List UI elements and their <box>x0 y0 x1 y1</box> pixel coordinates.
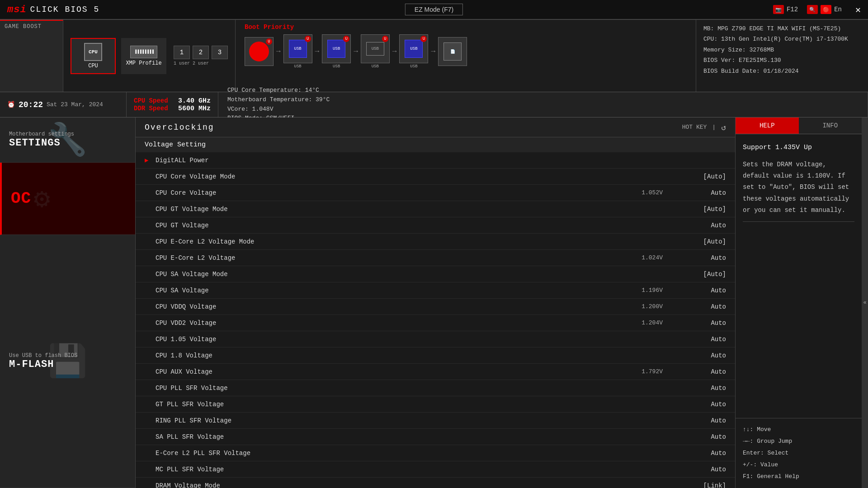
profile-numbers: 1 2 3 1 user 2 user <box>174 46 228 66</box>
table-row[interactable]: ▶ DigitALL Power <box>136 152 735 169</box>
boot-device-3[interactable]: USB U USB <box>322 34 351 69</box>
row-value: 1.196V <box>627 287 663 294</box>
collapse-panel-button[interactable]: « <box>862 117 868 488</box>
boot-device-box-4: USB U <box>361 34 390 63</box>
ez-mode-button[interactable]: EZ Mode (F7) <box>405 4 463 15</box>
back-icon[interactable]: ↺ <box>721 122 726 132</box>
help-body: Sets the DRAM voltage, default value is … <box>743 159 854 216</box>
cpu-profile-button[interactable]: CPU CPU <box>71 38 116 74</box>
table-row[interactable]: CPU AUX Voltage 1.792V Auto <box>136 364 735 380</box>
table-row[interactable]: CPU PLL SFR Voltage Auto <box>136 380 735 396</box>
voltage-section-title: Voltage Setting <box>136 137 735 152</box>
tab-help[interactable]: HELP <box>736 117 799 134</box>
time-section: ⏰ 20:22 Sat 23 Mar, 2024 <box>0 92 127 117</box>
table-row[interactable]: CPU SA Voltage 1.196V Auto <box>136 282 735 299</box>
row-value: 1.024V <box>627 254 663 261</box>
table-row[interactable]: CPU 1.05 Voltage Auto <box>136 331 735 347</box>
table-row[interactable]: GT PLL SFR Voltage Auto <box>136 396 735 413</box>
row-name: MC PLL SFR Voltage <box>156 466 627 473</box>
boot-device-2[interactable]: USB U USB <box>283 34 312 69</box>
profile-btn-3[interactable]: 3 <box>212 46 228 59</box>
main-area: 🔧 Motherboard settings SETTINGS ⚙ OC 💾 U… <box>0 117 868 488</box>
row-name: CPU E-Core L2 Voltage Mode <box>156 238 627 245</box>
profile-user-1: 1 user <box>174 61 190 66</box>
table-row[interactable]: SA PLL SFR Voltage Auto <box>136 429 735 445</box>
boot-device-box-2: USB U <box>283 34 312 63</box>
help-keybinds: ↑↓: Move →←: Group Jump Enter: Select +/… <box>736 418 862 488</box>
table-row[interactable]: CPU SA Voltage Mode [Auto] <box>136 266 735 282</box>
table-row[interactable]: CPU E-Core L2 Voltage Mode [Auto] <box>136 234 735 250</box>
row-value: 1.052V <box>627 189 663 196</box>
boot-badge-5: U <box>420 36 427 42</box>
ddr-speed-label: DDR Speed <box>134 105 175 112</box>
cpu-label: CPU <box>88 63 98 69</box>
table-row[interactable]: CPU 1.8 Voltage Auto <box>136 347 735 364</box>
row-name: E-Core L2 PLL SFR Voltage <box>156 450 627 457</box>
table-row[interactable]: DRAM Voltage Mode [Link] <box>136 478 735 488</box>
table-row[interactable]: CPU Core Voltage Mode [Auto] <box>136 169 735 185</box>
table-row[interactable]: CPU GT Voltage Auto <box>136 217 735 234</box>
sidebar-oc-content: OC <box>11 189 126 208</box>
date-value: Sat 23 Mar, 2024 <box>47 101 103 108</box>
usb-icon-2: USB <box>327 40 345 58</box>
profile-btn-1[interactable]: 1 <box>174 46 190 59</box>
brand-logo: msi <box>7 4 27 15</box>
table-row[interactable]: MC PLL SFR Voltage Auto <box>136 461 735 478</box>
boot-device-5[interactable]: USB U USB <box>399 34 428 69</box>
table-row[interactable]: CPU VDDQ Voltage 1.200V Auto <box>136 299 735 315</box>
language-button[interactable]: 🔍 🔴 En <box>807 5 842 14</box>
row-setting: Auto <box>672 303 726 310</box>
sidebar-item-mflash[interactable]: 💾 Use USB to flash BIOS M-FLASH <box>0 235 135 488</box>
sidebar-mflash-sublabel: Use USB to flash BIOS <box>9 352 126 359</box>
profile-btn-2[interactable]: 2 <box>193 46 209 59</box>
main-content: Overclocking HOT KEY | ↺ Voltage Setting… <box>136 117 735 488</box>
row-setting: Auto <box>672 450 726 457</box>
row-name: CPU AUX Voltage <box>156 368 627 375</box>
cpu-speed-row: CPU Speed 3.40 GHz <box>134 97 211 105</box>
sidebar-item-settings[interactable]: 🔧 Motherboard settings SETTINGS <box>0 117 135 163</box>
table-row[interactable]: CPU Core Voltage 1.052V Auto <box>136 185 735 201</box>
row-name: CPU E-Core L2 Voltage <box>156 254 627 262</box>
row-setting: Auto <box>672 222 726 229</box>
table-row[interactable]: CPU VDD2 Voltage 1.204V Auto <box>136 315 735 331</box>
close-button[interactable]: ✕ <box>855 4 861 15</box>
table-row[interactable]: CPU E-Core L2 Voltage 1.024V Auto <box>136 250 735 266</box>
speed-section: CPU Speed 3.40 GHz DDR Speed 5600 MHz <box>127 92 218 117</box>
cpu-info: CPU: 13th Gen Intel(R) Core(TM) i7-13700… <box>703 34 861 44</box>
row-name: DRAM Voltage Mode <box>156 482 627 488</box>
screenshot-button[interactable]: 📷 F12 <box>773 5 798 14</box>
sidebar-mflash-label: M-FLASH <box>9 359 126 370</box>
boot-device-box-5: USB U <box>399 34 428 63</box>
voltage-table[interactable]: Voltage Setting ▶ DigitALL Power CPU Cor… <box>136 137 735 488</box>
row-name: CPU VDDQ Voltage <box>156 303 627 310</box>
row-value: 1.792V <box>627 368 663 375</box>
boot-device-box-3: USB U <box>322 34 351 63</box>
help-panel: HELP INFO Support 1.435V Up Sets the DRA… <box>735 117 862 488</box>
sidebar-item-oc[interactable]: ⚙ OC <box>0 163 135 235</box>
boot-device-4[interactable]: USB U USB <box>361 34 390 69</box>
profile-user-labels: 1 user 2 user <box>174 61 228 66</box>
boot-device-1[interactable]: U <box>245 37 274 66</box>
xmp-profile-button[interactable]: ▐▐▐▐▐▐▐▐ XMP Profile <box>121 38 166 74</box>
table-row[interactable]: RING PLL SFR Voltage Auto <box>136 413 735 429</box>
row-name: GT PLL SFR Voltage <box>156 401 627 408</box>
table-row[interactable]: CPU GT Voltage Mode [Auto] <box>136 201 735 217</box>
tab-info[interactable]: INFO <box>799 117 862 134</box>
bios-title: CLICK BIOS 5 <box>30 5 100 14</box>
bios-date-info: BIOS Build Date: 01/18/2024 <box>703 66 861 76</box>
sidebar-oc-label: OC <box>11 189 126 208</box>
game-boost-section: GAME BOOST <box>0 20 63 92</box>
boot-device-6[interactable]: 📄 <box>438 37 467 66</box>
row-value: 1.200V <box>627 303 663 310</box>
boot-devices-list: U → USB U USB → USB U USB → <box>245 34 687 69</box>
divider: | <box>712 124 716 131</box>
clock-icon: ⏰ <box>7 101 15 108</box>
content-title: Overclocking <box>145 123 214 132</box>
row-name: CPU PLL SFR Voltage <box>156 385 627 392</box>
table-row[interactable]: E-Core L2 PLL SFR Voltage Auto <box>136 445 735 461</box>
boot-device-box-6: 📄 <box>438 37 467 66</box>
row-setting: Auto <box>672 433 726 441</box>
time-top: ⏰ 20:22 Sat 23 Mar, 2024 <box>7 100 119 109</box>
keybind-5: F1: General Help <box>743 471 854 483</box>
boot-usb-label-4: USB <box>410 64 417 69</box>
